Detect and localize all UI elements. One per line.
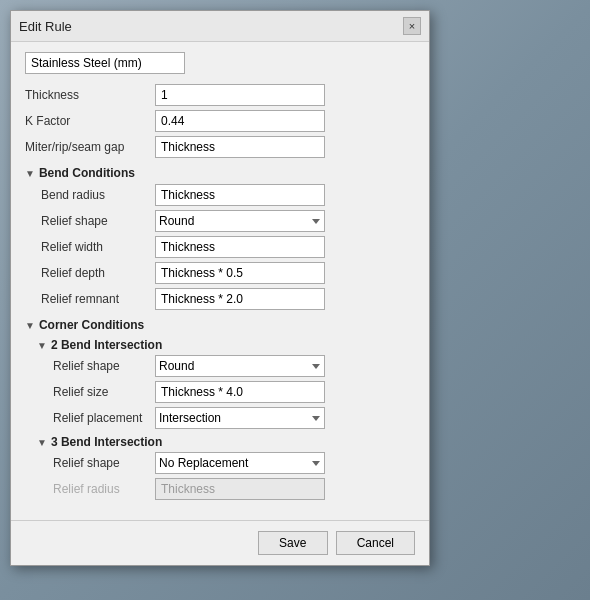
two-bend-relief-size-label: Relief size [25, 385, 155, 399]
rule-name-input[interactable] [25, 52, 185, 74]
corner-conditions-chevron: ▼ [25, 320, 35, 331]
close-button[interactable]: × [403, 17, 421, 35]
bend-relief-shape-row: Relief shape Round Square None [25, 210, 415, 232]
two-bend-relief-shape-label: Relief shape [25, 359, 155, 373]
kfactor-input[interactable] [155, 110, 325, 132]
bend-relief-depth-label: Relief depth [25, 266, 155, 280]
edit-rule-dialog: Edit Rule × Thickness K Factor Miter/rip… [10, 10, 430, 566]
bend-radius-row: Bend radius [25, 184, 415, 206]
two-bend-relief-size-input[interactable] [155, 381, 325, 403]
two-bend-relief-size-row: Relief size [25, 381, 415, 403]
bend-relief-remnant-row: Relief remnant [25, 288, 415, 310]
dialog-body: Thickness K Factor Miter/rip/seam gap ▼ … [11, 42, 429, 514]
three-bend-label: 3 Bend Intersection [51, 435, 162, 449]
bend-conditions-label: Bend Conditions [39, 166, 135, 180]
bend-radius-label: Bend radius [25, 188, 155, 202]
two-bend-relief-placement-row: Relief placement Intersection Edge [25, 407, 415, 429]
bend-relief-remnant-label: Relief remnant [25, 292, 155, 306]
bend-relief-width-label: Relief width [25, 240, 155, 254]
miter-gap-row: Miter/rip/seam gap [25, 136, 415, 158]
bend-relief-shape-label: Relief shape [25, 214, 155, 228]
corner-conditions-label: Corner Conditions [39, 318, 144, 332]
two-bend-chevron: ▼ [37, 340, 47, 351]
bend-relief-shape-select[interactable]: Round Square None [155, 210, 325, 232]
two-bend-relief-shape-select[interactable]: Round Square None [155, 355, 325, 377]
miter-gap-label: Miter/rip/seam gap [25, 140, 155, 154]
kfactor-label: K Factor [25, 114, 155, 128]
bend-conditions-chevron: ▼ [25, 168, 35, 179]
three-bend-section[interactable]: ▼ 3 Bend Intersection [37, 435, 415, 449]
dialog-titlebar: Edit Rule × [11, 11, 429, 42]
dialog-title: Edit Rule [19, 19, 72, 34]
save-button[interactable]: Save [258, 531, 328, 555]
miter-gap-input[interactable] [155, 136, 325, 158]
three-bend-relief-radius-row: Relief radius [25, 478, 415, 500]
name-row [25, 52, 415, 74]
bend-conditions-section[interactable]: ▼ Bend Conditions [25, 166, 415, 180]
three-bend-chevron: ▼ [37, 437, 47, 448]
two-bend-label: 2 Bend Intersection [51, 338, 162, 352]
bend-relief-depth-row: Relief depth [25, 262, 415, 284]
two-bend-section[interactable]: ▼ 2 Bend Intersection [37, 338, 415, 352]
three-bend-relief-shape-select[interactable]: No Replacement Round Square [155, 452, 325, 474]
cancel-button[interactable]: Cancel [336, 531, 415, 555]
bend-relief-remnant-input[interactable] [155, 288, 325, 310]
kfactor-row: K Factor [25, 110, 415, 132]
thickness-input[interactable] [155, 84, 325, 106]
bend-radius-input[interactable] [155, 184, 325, 206]
dialog-footer: Save Cancel [11, 520, 429, 565]
bend-relief-width-row: Relief width [25, 236, 415, 258]
three-bend-relief-radius-input [155, 478, 325, 500]
thickness-label: Thickness [25, 88, 155, 102]
thickness-row: Thickness [25, 84, 415, 106]
two-bend-relief-placement-label: Relief placement [25, 411, 155, 425]
bend-relief-depth-input[interactable] [155, 262, 325, 284]
three-bend-relief-shape-label: Relief shape [25, 456, 155, 470]
three-bend-relief-shape-row: Relief shape No Replacement Round Square [25, 452, 415, 474]
three-bend-relief-radius-label: Relief radius [25, 482, 155, 496]
bend-relief-width-input[interactable] [155, 236, 325, 258]
corner-conditions-section[interactable]: ▼ Corner Conditions [25, 318, 415, 332]
two-bend-relief-shape-row: Relief shape Round Square None [25, 355, 415, 377]
two-bend-relief-placement-select[interactable]: Intersection Edge [155, 407, 325, 429]
